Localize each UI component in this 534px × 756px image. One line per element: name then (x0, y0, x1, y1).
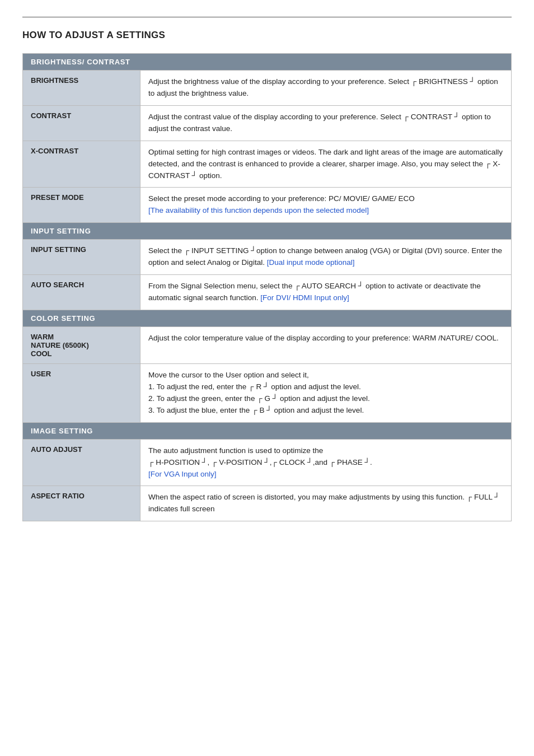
row-description: Select the preset mode according to your… (140, 188, 512, 223)
description-text: Move the cursor to the User option and s… (148, 371, 370, 414)
page-title: HOW TO ADJUST A SETTINGS (22, 30, 512, 41)
row-label: WARM NATURE (6500K) COOL (23, 326, 140, 363)
row-label: USER (23, 363, 140, 422)
table-row: WARM NATURE (6500K) COOLAdjust the color… (23, 326, 512, 363)
row-label: CONTRAST (23, 105, 140, 141)
blue-note: [The availability of this function depen… (148, 206, 369, 214)
row-description: Optimal setting for high contrast images… (140, 141, 512, 188)
blue-note: [For DVI/ HDMI Input only] (260, 293, 349, 302)
row-description: Adjust the brightness value of the displ… (140, 71, 512, 106)
row-label: ASPECT RATIO (23, 486, 140, 521)
blue-note: [Dual input mode optional] (267, 258, 355, 267)
description-text: When the aspect ratio of screen is disto… (148, 493, 500, 513)
table-row: CONTRASTAdjust the contrast value of the… (23, 105, 512, 141)
blue-note: [For VGA Input only] (148, 470, 217, 478)
description-text: Adjust the color temperature value of th… (148, 334, 499, 342)
table-row: X-CONTRASTOptimal setting for high contr… (23, 141, 512, 188)
top-rule (22, 17, 512, 17)
description-text: The auto adjustment function is used to … (148, 446, 372, 466)
section-header-label: COLOR SETTING (23, 310, 512, 326)
row-description: From the Signal Selection menu, select t… (140, 275, 512, 310)
row-label: BRIGHTNESS (23, 71, 140, 106)
row-label: X-CONTRAST (23, 141, 140, 188)
table-row: INPUT SETTINGSelect the ┌ INPUT SETTING … (23, 240, 512, 275)
description-text: Select the preset mode according to your… (148, 194, 415, 203)
section-header: INPUT SETTING (23, 223, 512, 240)
table-row: AUTO SEARCHFrom the Signal Selection men… (23, 275, 512, 310)
row-label: AUTO ADJUST (23, 439, 140, 486)
section-header: COLOR SETTING (23, 310, 512, 326)
row-description: Move the cursor to the User option and s… (140, 363, 512, 422)
row-description: When the aspect ratio of screen is disto… (140, 486, 512, 521)
table-row: PRESET MODESelect the preset mode accord… (23, 188, 512, 223)
row-description: The auto adjustment function is used to … (140, 439, 512, 486)
table-row: USERMove the cursor to the User option a… (23, 363, 512, 422)
row-description: Adjust the color temperature value of th… (140, 326, 512, 363)
row-description: Adjust the contrast value of the display… (140, 105, 512, 141)
section-header-label: INPUT SETTING (23, 223, 512, 240)
section-header: IMAGE SETTING (23, 422, 512, 439)
row-label: AUTO SEARCH (23, 275, 140, 310)
row-label: INPUT SETTING (23, 240, 140, 275)
section-header-label: BRIGHTNESS/ CONTRAST (23, 54, 512, 71)
table-row: AUTO ADJUSTThe auto adjustment function … (23, 439, 512, 486)
section-header-label: IMAGE SETTING (23, 422, 512, 439)
table-row: ASPECT RATIOWhen the aspect ratio of scr… (23, 486, 512, 521)
row-label: PRESET MODE (23, 188, 140, 223)
row-description: Select the ┌ INPUT SETTING ┘option to ch… (140, 240, 512, 275)
settings-table: BRIGHTNESS/ CONTRASTBRIGHTNESSAdjust the… (22, 53, 512, 521)
section-header: BRIGHTNESS/ CONTRAST (23, 54, 512, 71)
table-row: BRIGHTNESSAdjust the brightness value of… (23, 71, 512, 106)
